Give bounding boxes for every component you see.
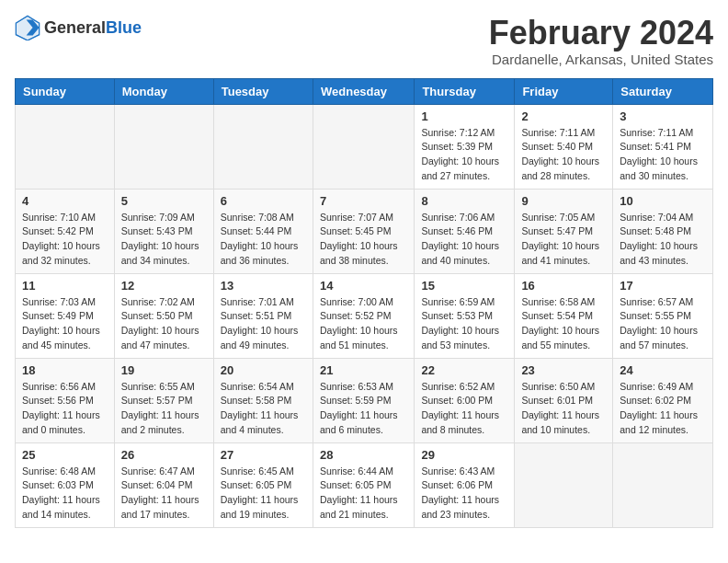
day-info: Sunrise: 6:48 AMSunset: 6:03 PMDaylight:… — [22, 465, 108, 523]
day-info: Sunrise: 7:01 AMSunset: 5:51 PMDaylight:… — [221, 295, 306, 353]
calendar-cell: 22Sunrise: 6:52 AMSunset: 6:00 PMDayligh… — [415, 358, 515, 442]
calendar-cell: 9Sunrise: 7:05 AMSunset: 5:47 PMDaylight… — [515, 189, 613, 273]
day-number: 6 — [221, 194, 306, 208]
day-info: Sunrise: 6:53 AMSunset: 5:59 PMDaylight:… — [320, 380, 407, 438]
location-subtitle: Dardanelle, Arkansas, United States — [489, 52, 713, 67]
calendar-cell: 12Sunrise: 7:02 AMSunset: 5:50 PMDayligh… — [114, 273, 213, 358]
calendar-week-row: 4Sunrise: 7:10 AMSunset: 5:42 PMDaylight… — [16, 189, 713, 273]
day-info: Sunrise: 6:54 AMSunset: 5:58 PMDaylight:… — [221, 380, 306, 438]
calendar-cell: 29Sunrise: 6:43 AMSunset: 6:06 PMDayligh… — [415, 442, 515, 527]
weekday-header: Saturday — [613, 78, 713, 104]
day-number: 13 — [221, 279, 306, 293]
calendar-week-row: 1Sunrise: 7:12 AMSunset: 5:39 PMDaylight… — [16, 104, 713, 189]
calendar-cell — [313, 104, 414, 189]
day-info: Sunrise: 6:47 AMSunset: 6:04 PMDaylight:… — [121, 465, 207, 523]
day-info: Sunrise: 7:06 AMSunset: 5:46 PMDaylight:… — [421, 211, 507, 269]
calendar-cell: 14Sunrise: 7:00 AMSunset: 5:52 PMDayligh… — [313, 273, 414, 358]
weekday-header: Monday — [114, 78, 213, 104]
day-info: Sunrise: 7:11 AMSunset: 5:41 PMDaylight:… — [620, 126, 706, 184]
calendar-cell: 10Sunrise: 7:04 AMSunset: 5:48 PMDayligh… — [613, 189, 713, 273]
calendar-table: SundayMondayTuesdayWednesdayThursdayFrid… — [15, 78, 713, 528]
day-info: Sunrise: 7:10 AMSunset: 5:42 PMDaylight:… — [22, 211, 108, 269]
day-info: Sunrise: 7:08 AMSunset: 5:44 PMDaylight:… — [221, 211, 306, 269]
weekday-header: Tuesday — [213, 78, 313, 104]
calendar-cell: 5Sunrise: 7:09 AMSunset: 5:43 PMDaylight… — [114, 189, 213, 273]
calendar-cell: 1Sunrise: 7:12 AMSunset: 5:39 PMDaylight… — [415, 104, 515, 189]
weekday-header: Sunday — [16, 78, 115, 104]
day-number: 25 — [22, 448, 108, 462]
calendar-cell — [515, 442, 613, 527]
day-number: 11 — [22, 279, 108, 293]
calendar-cell: 6Sunrise: 7:08 AMSunset: 5:44 PMDaylight… — [213, 189, 313, 273]
day-number: 7 — [320, 194, 407, 208]
calendar-week-row: 11Sunrise: 7:03 AMSunset: 5:49 PMDayligh… — [16, 273, 713, 358]
day-number: 28 — [320, 448, 407, 462]
day-number: 21 — [320, 363, 407, 377]
day-info: Sunrise: 6:57 AMSunset: 5:55 PMDaylight:… — [620, 295, 706, 353]
day-info: Sunrise: 7:05 AMSunset: 5:47 PMDaylight:… — [521, 211, 606, 269]
day-number: 8 — [421, 194, 507, 208]
calendar-cell — [213, 104, 313, 189]
calendar-cell: 23Sunrise: 6:50 AMSunset: 6:01 PMDayligh… — [515, 358, 613, 442]
day-number: 29 — [421, 448, 507, 462]
day-number: 2 — [521, 109, 606, 123]
calendar-cell: 11Sunrise: 7:03 AMSunset: 5:49 PMDayligh… — [16, 273, 115, 358]
calendar-week-row: 25Sunrise: 6:48 AMSunset: 6:03 PMDayligh… — [16, 442, 713, 527]
day-number: 12 — [121, 279, 207, 293]
calendar-cell: 20Sunrise: 6:54 AMSunset: 5:58 PMDayligh… — [213, 358, 313, 442]
day-info: Sunrise: 6:58 AMSunset: 5:54 PMDaylight:… — [521, 295, 606, 353]
calendar-cell: 15Sunrise: 6:59 AMSunset: 5:53 PMDayligh… — [415, 273, 515, 358]
day-number: 5 — [121, 194, 207, 208]
day-info: Sunrise: 7:09 AMSunset: 5:43 PMDaylight:… — [121, 211, 207, 269]
calendar-cell: 13Sunrise: 7:01 AMSunset: 5:51 PMDayligh… — [213, 273, 313, 358]
day-number: 1 — [421, 109, 507, 123]
logo-text: General Blue — [44, 18, 142, 38]
page-header: General Blue February 2024 Dardanelle, A… — [15, 15, 713, 67]
calendar-cell: 27Sunrise: 6:45 AMSunset: 6:05 PMDayligh… — [213, 442, 313, 527]
calendar-cell: 17Sunrise: 6:57 AMSunset: 5:55 PMDayligh… — [613, 273, 713, 358]
day-info: Sunrise: 6:59 AMSunset: 5:53 PMDaylight:… — [421, 295, 507, 353]
day-number: 19 — [121, 363, 207, 377]
day-number: 9 — [521, 194, 606, 208]
weekday-header: Wednesday — [313, 78, 414, 104]
day-number: 26 — [121, 448, 207, 462]
weekday-header: Thursday — [415, 78, 515, 104]
day-info: Sunrise: 6:50 AMSunset: 6:01 PMDaylight:… — [521, 380, 606, 438]
day-number: 16 — [521, 279, 606, 293]
day-info: Sunrise: 6:52 AMSunset: 6:00 PMDaylight:… — [421, 380, 507, 438]
day-number: 10 — [620, 194, 706, 208]
calendar-cell — [613, 442, 713, 527]
logo-icon — [15, 15, 40, 40]
calendar-cell: 21Sunrise: 6:53 AMSunset: 5:59 PMDayligh… — [313, 358, 414, 442]
calendar-cell: 28Sunrise: 6:44 AMSunset: 6:05 PMDayligh… — [313, 442, 414, 527]
day-info: Sunrise: 7:03 AMSunset: 5:49 PMDaylight:… — [22, 295, 108, 353]
day-number: 27 — [221, 448, 306, 462]
day-info: Sunrise: 6:55 AMSunset: 5:57 PMDaylight:… — [121, 380, 207, 438]
weekday-header-row: SundayMondayTuesdayWednesdayThursdayFrid… — [16, 78, 713, 104]
day-info: Sunrise: 7:12 AMSunset: 5:39 PMDaylight:… — [421, 126, 507, 184]
calendar-cell: 3Sunrise: 7:11 AMSunset: 5:41 PMDaylight… — [613, 104, 713, 189]
day-number: 15 — [421, 279, 507, 293]
logo-blue: Blue — [106, 18, 142, 38]
day-number: 14 — [320, 279, 407, 293]
day-info: Sunrise: 7:07 AMSunset: 5:45 PMDaylight:… — [320, 211, 407, 269]
weekday-header: Friday — [515, 78, 613, 104]
day-info: Sunrise: 6:49 AMSunset: 6:02 PMDaylight:… — [620, 380, 706, 438]
logo: General Blue — [15, 15, 142, 40]
calendar-cell: 24Sunrise: 6:49 AMSunset: 6:02 PMDayligh… — [613, 358, 713, 442]
day-number: 23 — [521, 363, 606, 377]
calendar-cell: 19Sunrise: 6:55 AMSunset: 5:57 PMDayligh… — [114, 358, 213, 442]
calendar-cell: 8Sunrise: 7:06 AMSunset: 5:46 PMDaylight… — [415, 189, 515, 273]
day-number: 22 — [421, 363, 507, 377]
day-info: Sunrise: 6:44 AMSunset: 6:05 PMDaylight:… — [320, 465, 407, 523]
day-number: 3 — [620, 109, 706, 123]
logo-general: General — [44, 18, 106, 38]
calendar-cell: 26Sunrise: 6:47 AMSunset: 6:04 PMDayligh… — [114, 442, 213, 527]
day-info: Sunrise: 7:04 AMSunset: 5:48 PMDaylight:… — [620, 211, 706, 269]
day-number: 17 — [620, 279, 706, 293]
calendar-cell: 4Sunrise: 7:10 AMSunset: 5:42 PMDaylight… — [16, 189, 115, 273]
day-info: Sunrise: 7:11 AMSunset: 5:40 PMDaylight:… — [521, 126, 606, 184]
day-info: Sunrise: 7:00 AMSunset: 5:52 PMDaylight:… — [320, 295, 407, 353]
day-info: Sunrise: 6:45 AMSunset: 6:05 PMDaylight:… — [221, 465, 306, 523]
title-block: February 2024 Dardanelle, Arkansas, Unit… — [489, 15, 713, 67]
